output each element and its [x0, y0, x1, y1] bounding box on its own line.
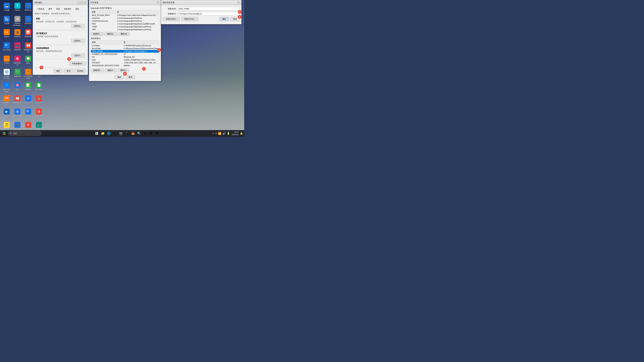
icon-drawio[interactable]: ✏ draw.io	[2, 28, 12, 41]
taskbar-chrome-icon[interactable]: 🌐	[106, 131, 112, 136]
user-var-row-moz[interactable]: MOZ_PLUGIN_PATH C:\Program Files (x86)\F…	[91, 14, 159, 17]
icon-bilibili-tools[interactable]: 🛠 哔哩哔哩工具	[12, 55, 22, 67]
taskbar-search-box[interactable]: 🔍 搜索	[8, 131, 42, 136]
icon-pcmanager[interactable]: 🛡 电脑管家	[12, 68, 22, 80]
var-name-input[interactable]	[178, 7, 240, 10]
taskbar-explorer-icon[interactable]: 📁	[100, 131, 106, 136]
sys-props-close-btn[interactable]: ×	[84, 1, 86, 4]
tab-remote[interactable]: 远程	[74, 7, 81, 11]
sys-var-row-pathext[interactable]: PATHEXT .COM;.EXE;.BAT;.CMD;.VBS;.VBE;.J…	[91, 61, 159, 64]
sys-var-row-procarch[interactable]: PROCESSOR_ARCHITECTURE AMD64	[91, 64, 159, 67]
notification-icon[interactable]: 🔔	[240, 132, 243, 135]
sys-vars-table: 变量 值 ComSpec C:\WINDOWS\system32\cmd.exe…	[91, 40, 159, 67]
sys-var-row-numproc[interactable]: NUMBER_OF_PROCESSORS 24	[91, 53, 159, 56]
icon-tencent-meeting[interactable]: 📹 腾讯会议	[23, 2, 33, 14]
icon-msedge[interactable]: 🌐 Microsoft Edge	[2, 81, 12, 94]
sys-var-row-javahome[interactable]: JAVA_HOME C:\Program Files\Java\jdk-17	[91, 50, 159, 53]
icon-newsreader[interactable]: 📰 新闻阅读器	[12, 94, 22, 107]
icon-youdao[interactable]: 译 网易有道翻译	[34, 108, 44, 120]
icon-everything[interactable]: 🔍 Everything	[2, 41, 12, 54]
taskbar-arrow-icon[interactable]: ➡	[142, 131, 148, 136]
tab-system-protection[interactable]: 系统保护	[62, 7, 73, 11]
icon-daji[interactable]: 🎯 打击	[12, 81, 22, 94]
icon-geek[interactable]: ⚙ geek.exe	[23, 94, 33, 107]
icon-shop[interactable]: 🏪 此电脑	[2, 15, 12, 27]
browse-file-btn[interactable]: 浏览文件(F)...	[181, 17, 198, 21]
icon-vmware[interactable]: 🖥 VMware Workstati...	[12, 15, 22, 27]
icon-tencent-classroom[interactable]: 🎮 腾讯课堂	[23, 15, 33, 27]
taskbar-clock[interactable]: 14:37 2024/1/2	[232, 131, 239, 136]
icon-163mail[interactable]: 📧 网易邮件大师	[23, 41, 33, 54]
tab-computer-name[interactable]: 计算机名	[35, 7, 46, 11]
icon-typora[interactable]: T Typora	[12, 2, 22, 14]
env-cancel-btn[interactable]: 取消	[126, 75, 135, 79]
env-vars-close-btn[interactable]: ×	[157, 1, 160, 4]
sys-edit-btn[interactable]: 编辑(I)...	[105, 68, 117, 72]
taskbar-fox-icon[interactable]: 🦊	[130, 131, 136, 136]
sys-props-apply-btn[interactable]: 应用(A)	[74, 69, 86, 73]
icon-netspeed[interactable]: 📊 网速管家	[23, 28, 33, 41]
icon-bilibili[interactable]: 📺 哔哩哔哩	[12, 41, 22, 54]
icon-yinxiang[interactable]: 📝 印象笔记	[23, 81, 33, 94]
sys-props-maximize-btn[interactable]: □	[80, 1, 83, 4]
sys-props-titlebar[interactable]: 系统属性 _ □ ×	[33, 0, 88, 5]
taskbar-search2-icon[interactable]: 🔍	[136, 131, 142, 136]
edit-var-ok-btn[interactable]: 确定	[220, 17, 229, 21]
taskbar-camera-icon[interactable]: 📷	[118, 131, 124, 136]
icon-chrome[interactable]: 🌐 Google Chrome	[2, 68, 12, 80]
start-button[interactable]	[1, 131, 7, 136]
sys-var-row-comspec[interactable]: ComSpec C:\WINDOWS\system32\cmd.exe	[91, 44, 159, 47]
svg-rect-7	[97, 134, 98, 135]
env-vars-titlebar[interactable]: 环境变量 ×	[89, 0, 161, 5]
sys-var-row-os[interactable]: OS Windows_NT	[91, 56, 159, 58]
taskbar-phone-icon[interactable]: 📱	[124, 131, 130, 136]
sys-var-row-syspath[interactable]: Path %JAVA_HOME%\bin;C:\Program Files (x…	[91, 58, 159, 61]
tab-advanced[interactable]: 高级	[54, 7, 62, 11]
tray-wifi-icon: 📶	[218, 132, 221, 135]
sys-var-row-driverdata[interactable]: DriverData C:\Windows\System32\Drivers\D…	[91, 47, 159, 50]
perf-settings-btn[interactable]: 设置(S)...	[71, 24, 85, 28]
sys-props-minimize-btn[interactable]: _	[77, 1, 80, 4]
user-var-name-temp: TEMP	[91, 25, 116, 28]
tab-hardware[interactable]: 硬件	[46, 7, 54, 11]
icon-listary[interactable]: 🔍 Listary	[23, 108, 33, 120]
edit-var-titlebar[interactable]: 编辑系统变量 ×	[161, 0, 241, 5]
icon-sunflower[interactable]: 🌻 向日葵远程控制	[23, 68, 33, 80]
user-var-row-temp[interactable]: TEMP C:\Users\liuguanglei\AppData\Local\…	[91, 25, 159, 28]
icon-此电脑[interactable]: 💻 此电脑	[2, 2, 12, 14]
user-var-row-onedrive[interactable]: OneDrive C:\Users\liuguanglei\OneDrive	[91, 17, 159, 19]
icon-mindmanager[interactable]: 🧠 23 MindMan... 23	[2, 94, 12, 107]
user-var-row-path[interactable]: Path C:\Users\liuguanglei\AppData\Local\…	[91, 22, 159, 25]
sys-new-btn[interactable]: 新建(W)...	[91, 68, 104, 72]
sys-props-ok-btn[interactable]: 确定	[54, 69, 63, 73]
svg-rect-1	[4, 132, 5, 133]
sys-var-name-pathext: PATHEXT	[91, 61, 123, 64]
icon-grid[interactable]: ⊞ 磁格式大师	[12, 108, 22, 120]
user-var-row-tmp[interactable]: TMP C:\Users\liuguanglei\AppData\Local\T…	[91, 28, 159, 31]
taskbar-tools-icon[interactable]: 🛠	[154, 131, 160, 136]
icon-firefox[interactable]: 🦊 Firefox	[2, 55, 12, 67]
var-value-input[interactable]	[178, 12, 240, 15]
taskbar-edge-icon[interactable]: e	[112, 131, 118, 136]
taskbar-multitasking-icon[interactable]	[94, 131, 100, 136]
profile-settings-btn[interactable]: 设置(E)...	[71, 39, 85, 43]
user-delete-btn[interactable]: 删除(D)	[118, 32, 130, 36]
user-vars-buttons: 新建(N)... 编辑(E)... 删除(D)	[91, 32, 159, 36]
browse-dir-btn[interactable]: 浏览目录(D)...	[163, 17, 180, 21]
icon-potplayer[interactable]: ▶ PotPlayer 64 bit	[2, 108, 12, 120]
edit-var-close-btn[interactable]: ×	[237, 1, 240, 4]
icon-wechat[interactable]: 💬 微信	[23, 55, 33, 67]
user-edit-btn[interactable]: 编辑(E)...	[104, 32, 117, 36]
env-ok-btn[interactable]: 确定	[115, 75, 124, 79]
user-var-row-onedrivecon[interactable]: OneDriveConsumer C:\Users\liuguanglei\On…	[91, 19, 159, 22]
startup-settings-btn[interactable]: 设置(T)...	[72, 53, 85, 58]
sys-props-cancel-btn[interactable]: 取消	[64, 69, 73, 73]
icon-jinshan-doc[interactable]: 📄 金山文档	[34, 81, 44, 94]
icon-alibaba[interactable]: 🐂 阿里旺旺	[12, 28, 22, 41]
icon-jd-reader[interactable]: 📚 京东读书	[34, 94, 44, 107]
sys-delete-btn[interactable]: 删除(L)	[118, 68, 129, 72]
env-vars-btn[interactable]: 环境变量(N)...	[69, 61, 86, 66]
search-placeholder: 搜索	[13, 132, 17, 135]
user-new-btn[interactable]: 新建(N)...	[91, 32, 104, 36]
taskbar-translate-icon[interactable]: 译	[148, 131, 154, 136]
